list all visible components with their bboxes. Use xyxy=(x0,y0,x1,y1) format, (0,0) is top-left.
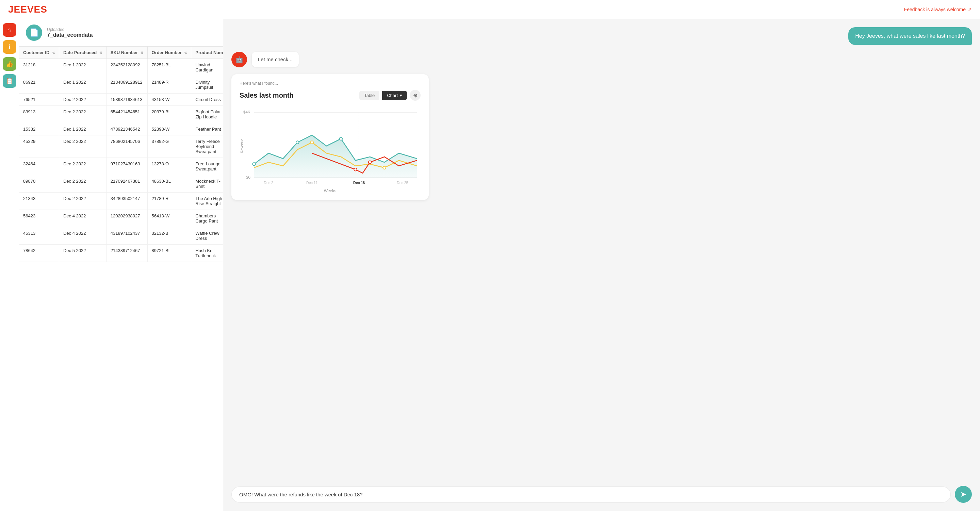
chat-input[interactable] xyxy=(231,487,951,503)
cell-date-purchased: Dec 2 2022 xyxy=(59,135,106,158)
cell-sku-number: 478921346542 xyxy=(106,123,147,135)
cell-customer-id: 78642 xyxy=(19,245,59,262)
col-date-purchased[interactable]: Date Purchased ⇅ xyxy=(59,46,106,59)
table-row: 32464 Dec 2 2022 971027430163 13278-O Fr… xyxy=(19,158,223,175)
cell-order-number: 13278-O xyxy=(147,158,191,175)
sidebar-item-home[interactable]: ⌂ xyxy=(3,23,16,37)
cell-date-purchased: Dec 1 2022 xyxy=(59,76,106,94)
feedback-icon: ↗ xyxy=(968,7,972,12)
ai-avatar: 🤖 xyxy=(231,52,247,67)
cell-sku-number: 971027430163 xyxy=(106,158,147,175)
table-row: 56423 Dec 4 2022 120202938027 56413-W Ch… xyxy=(19,210,223,227)
cell-date-purchased: Dec 2 2022 xyxy=(59,94,106,106)
svg-text:Dec 18: Dec 18 xyxy=(353,181,365,185)
cell-customer-id: 21343 xyxy=(19,193,59,210)
file-info: Uploaded 7_data_ecomdata xyxy=(47,27,92,38)
cell-date-purchased: Dec 1 2022 xyxy=(59,59,106,76)
svg-point-9 xyxy=(311,141,314,144)
sidebar-item-info[interactable]: ℹ xyxy=(3,40,16,54)
cell-order-number: 52398-W xyxy=(147,123,191,135)
chat-panel: Hey Jeeves, what were sales like last mo… xyxy=(223,19,980,511)
svg-point-11 xyxy=(354,168,357,171)
cell-sku-number: 234352128092 xyxy=(106,59,147,76)
ai-thinking-bubble: Let me check... xyxy=(252,52,299,67)
table-header-row: Customer ID ⇅ Date Purchased ⇅ SKU Numbe… xyxy=(19,46,223,59)
main-layout: ⌂ ℹ 👍 📋 📄 Uploaded 7_data_ecomdata Custo… xyxy=(0,19,980,511)
user-message: Hey Jeeves, what were sales like last mo… xyxy=(848,27,972,45)
col-customer-id[interactable]: Customer ID ⇅ xyxy=(19,46,59,59)
cell-order-number: 78251-BL xyxy=(147,59,191,76)
chart-tab-chart[interactable]: Chart ▾ xyxy=(382,91,407,100)
cell-customer-id: 89870 xyxy=(19,175,59,193)
send-button[interactable]: ➤ xyxy=(955,486,972,503)
cell-date-purchased: Dec 4 2022 xyxy=(59,227,106,245)
col-order-number[interactable]: Order Number ⇅ xyxy=(147,46,191,59)
sort-icon-sku: ⇅ xyxy=(140,51,143,55)
cell-date-purchased: Dec 2 2022 xyxy=(59,158,106,175)
table-row: 83913 Dec 2 2022 654421454651 20379-BL B… xyxy=(19,106,223,123)
chat-messages: Hey Jeeves, what were sales like last mo… xyxy=(231,27,972,478)
file-name: 7_data_ecomdata xyxy=(47,32,92,38)
chart-export-button[interactable]: ⊕ xyxy=(410,90,421,101)
ai-thinking-row: 🤖 Let me check... xyxy=(231,52,972,67)
cell-sku-number: 120202938027 xyxy=(106,210,147,227)
cell-sku-number: 654421454651 xyxy=(106,106,147,123)
feedback-label: Feedback is always welcome xyxy=(904,7,966,12)
x-axis-label: Weeks xyxy=(240,188,421,193)
chat-input-area: ➤ xyxy=(231,483,972,503)
cell-sku-number: 217092467381 xyxy=(106,175,147,193)
cell-customer-id: 86921 xyxy=(19,76,59,94)
cell-product-name: Terry Fleece Boyfriend Sweatpant xyxy=(191,135,223,158)
sidebar-item-feedback[interactable]: 👍 xyxy=(3,57,16,71)
cell-order-number: 37892-G xyxy=(147,135,191,158)
chart-tab-table[interactable]: Table xyxy=(360,91,379,100)
table-row: 21343 Dec 2 2022 342893502147 21789-R Th… xyxy=(19,193,223,210)
feedback-link[interactable]: Feedback is always welcome ↗ xyxy=(904,7,972,12)
svg-text:Revenue: Revenue xyxy=(240,139,244,153)
cell-product-name: Divinity Jumpsuit xyxy=(191,76,223,94)
file-icon: 📄 xyxy=(26,24,42,41)
cell-order-number: 20379-BL xyxy=(147,106,191,123)
cell-sku-number: 214389712467 xyxy=(106,245,147,262)
send-icon: ➤ xyxy=(960,490,966,499)
cell-date-purchased: Dec 5 2022 xyxy=(59,245,106,262)
chart-card: Here's what I found... Sales last month … xyxy=(231,74,429,200)
data-table-wrap[interactable]: Customer ID ⇅ Date Purchased ⇅ SKU Numbe… xyxy=(19,46,223,511)
cell-customer-id: 15382 xyxy=(19,123,59,135)
cell-date-purchased: Dec 2 2022 xyxy=(59,193,106,210)
table-row: 76521 Dec 2 2022 1539871934613 43153-W C… xyxy=(19,94,223,106)
cell-customer-id: 45313 xyxy=(19,227,59,245)
cell-customer-id: 76521 xyxy=(19,94,59,106)
svg-text:$4K: $4K xyxy=(243,110,250,114)
cell-date-purchased: Dec 2 2022 xyxy=(59,106,106,123)
chart-controls: Table Chart ▾ ⊕ xyxy=(360,90,421,101)
cell-order-number: 89721-BL xyxy=(147,245,191,262)
cell-product-name: Chambers Cargo Pant xyxy=(191,210,223,227)
cell-sku-number: 2134869128912 xyxy=(106,76,147,94)
cell-order-number: 32132-B xyxy=(147,227,191,245)
cell-order-number: 43153-W xyxy=(147,94,191,106)
svg-point-12 xyxy=(369,161,372,164)
sidebar-item-documents[interactable]: 📋 xyxy=(3,74,16,88)
col-product-name[interactable]: Product Name xyxy=(191,46,223,59)
uploaded-label: Uploaded xyxy=(47,27,92,32)
cell-customer-id: 83913 xyxy=(19,106,59,123)
cell-date-purchased: Dec 2 2022 xyxy=(59,175,106,193)
svg-point-10 xyxy=(383,166,386,169)
cell-customer-id: 45329 xyxy=(19,135,59,158)
chart-card-header: Sales last month Table Chart ▾ ⊕ xyxy=(240,90,421,101)
export-icon: ⊕ xyxy=(413,92,417,99)
cell-order-number: 21489-R xyxy=(147,76,191,94)
chart-title: Sales last month xyxy=(240,92,294,99)
col-sku-number[interactable]: SKU Number ⇅ xyxy=(106,46,147,59)
cell-date-purchased: Dec 1 2022 xyxy=(59,123,106,135)
cell-product-name: Feather Pant xyxy=(191,123,223,135)
cell-product-name: Circuit Dress xyxy=(191,94,223,106)
table-row: 45329 Dec 2 2022 786802145706 37892-G Te… xyxy=(19,135,223,158)
sort-icon-date: ⇅ xyxy=(99,51,102,55)
table-row: 86921 Dec 1 2022 2134869128912 21489-R D… xyxy=(19,76,223,94)
svg-text:$0: $0 xyxy=(246,175,251,179)
svg-point-8 xyxy=(340,137,343,140)
table-row: 31218 Dec 1 2022 234352128092 78251-BL U… xyxy=(19,59,223,76)
chart-tab-chart-label: Chart xyxy=(387,93,398,98)
